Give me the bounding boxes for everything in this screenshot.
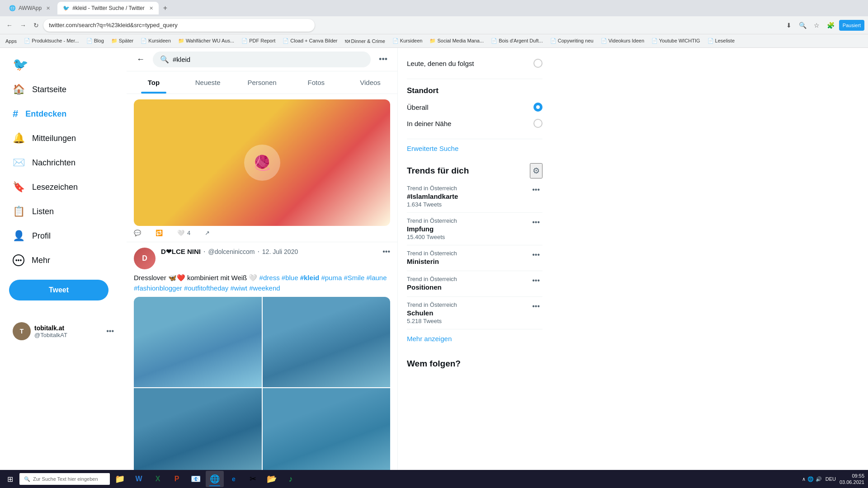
taskbar-language: DEU [826,476,836,482]
address-input[interactable] [43,19,315,32]
tweet-2-meta-row: D❤LCE NINI · @dolceniniccom · 12. Juli 2… [161,248,377,256]
nav-profile[interactable]: 👤 Profil [9,225,118,247]
tweet-button[interactable]: Tweet [9,280,108,300]
tweet-2-more-button[interactable]: ••• [382,248,390,256]
tweet-1-like[interactable]: 🤍 4 [177,230,190,236]
tab-twitter[interactable]: 🐦 #kleid - Twitter Suche / Twitter ✕ [57,2,159,14]
hashtag-wiwt[interactable]: #wiwt [231,284,248,292]
tweet-1-reply[interactable]: 💬 [134,230,141,236]
trend-2-more-button[interactable]: ••• [529,217,542,227]
bookmark-dinner[interactable]: 🍽 Dinner & Crime [343,38,387,45]
hashtag-outfitoftheday[interactable]: #outfitoftheday [184,284,228,292]
erweiterte-suche-link[interactable]: Erweiterte Suche [407,139,542,158]
bookmark-blog[interactable]: 📄 Blog [85,37,106,45]
search-input[interactable] [173,56,363,63]
taskbar-app-files[interactable]: 📂 [263,471,281,487]
tab-close-awwapp[interactable]: ✕ [46,5,50,11]
trend-3-more-button[interactable]: ••• [529,250,542,260]
profile-button[interactable]: Pausiert [839,20,864,31]
bookmark-spater[interactable]: 📁 Später [109,37,135,45]
bookmark-youtube[interactable]: 📄 Youtube WICHTIG [650,37,702,45]
bookmark-kursideen1[interactable]: 📄 Kursideen [139,37,173,45]
star-button[interactable]: ☆ [811,20,822,31]
back-button[interactable]: ← [4,20,15,31]
hashtag-blue[interactable]: #blue [282,274,298,282]
search-more-button[interactable]: ••• [376,52,390,67]
hashtag-puma[interactable]: #puma [321,274,342,282]
tweet-1-share[interactable]: ↗ [205,230,210,236]
bookmark-leseliste[interactable]: 📄 Leseliste [706,37,736,45]
new-tab-button[interactable]: + [160,4,170,12]
start-button[interactable]: ⊞ [4,473,17,485]
hashtag-weekend[interactable]: #weekend [249,284,280,292]
download-button[interactable]: ⬇ [783,20,794,31]
tab-videos[interactable]: Videos [343,71,397,94]
nav-notifications[interactable]: 🔔 Mitteilungen [9,127,118,150]
taskbar-app-spotify[interactable]: ♪ [282,471,300,487]
taskbar-app-snip[interactable]: ✂ [244,471,262,487]
taskbar-app-edge[interactable]: e [225,471,243,487]
tab-newest[interactable]: Neueste [181,71,235,94]
bookmark-kursideen2[interactable]: 📄 Kursideen [391,37,425,45]
trend-schulen[interactable]: Trend in Österreich Schulen 5.218 Tweets… [407,297,542,329]
bookmark-cload[interactable]: 📄 Cload + Canva Bilder [281,37,339,45]
zoom-button[interactable]: 🔍 [796,20,809,31]
filter-leute-radio[interactable] [533,59,542,68]
nav-bookmarks[interactable]: 🔖 Lesezeichen [9,176,118,198]
trend-islamlandkarte[interactable]: Trend in Österreich #Islamlandkarte 1.63… [407,180,542,213]
nav-home[interactable]: 🏠 Startseite [9,78,118,101]
tab-people[interactable]: Personen [235,71,289,94]
bookmark-apps[interactable]: Apps [4,38,19,45]
trend-5-more-button[interactable]: ••• [529,301,542,311]
tab-close-twitter[interactable]: ✕ [149,5,153,11]
filter-uberall-radio[interactable] [533,103,542,112]
nav-messages[interactable]: ✉️ Nachrichten [9,151,118,174]
taskbar-search[interactable]: 🔍 Zur Suche Text hier eingeben [19,473,110,485]
trend-4-more-button[interactable]: ••• [529,276,542,286]
forward-button[interactable]: → [17,20,29,31]
trend-impfung[interactable]: Trend in Österreich Impfung 15.400 Tweet… [407,213,542,245]
taskbar-app-chrome[interactable]: 🌐 [206,471,224,487]
nav-lists[interactable]: 📋 Listen [9,200,118,223]
filter-leute-label: Leute, denen du folgst [407,60,474,67]
nav-more[interactable]: ••• Mehr [9,249,118,272]
tweet-1-retweet[interactable]: 🔁 [156,230,163,236]
trend-1-more-button[interactable]: ••• [529,185,542,195]
tweet-2-image-2 [263,297,391,387]
trend-positionen[interactable]: Trend in Österreich Positionen ••• [407,271,542,297]
bookmark-pdf[interactable]: 📄 PDF Report [240,37,277,45]
bookmark-produktsuche[interactable]: 📄 Produktsuche - Mer... [22,37,81,45]
more-icon: ••• [13,254,24,266]
taskbar-app-powerpoint[interactable]: P [168,471,186,487]
filter-nahe-radio[interactable] [533,119,542,128]
tab-photos[interactable]: Fotos [289,71,343,94]
reload-button[interactable]: ↻ [31,20,42,31]
bookmark-videokurs[interactable]: 📄 Videokurs Ideen [599,37,646,45]
taskbar-app-word[interactable]: W [130,471,148,487]
bookmark-copywriting[interactable]: 📄 Copywriting neu [548,37,595,45]
hashtag-kleid[interactable]: #kleid [300,274,320,282]
hashtag-smile[interactable]: #Smile [344,274,364,282]
taskbar-app-explorer[interactable]: 📁 [111,471,129,487]
address-bar-row: ← → ↻ ⬇ 🔍 ☆ 🧩 Pausiert [0,16,868,34]
taskbar-app-mail[interactable]: 📧 [187,471,205,487]
search-input-wrap[interactable]: 🔍 [153,52,371,67]
tab-awwapp[interactable]: 🌐 AWWApp ✕ [4,2,56,14]
user-info-sidebar[interactable]: T tobitalk.at @TobitalkAT ••• [9,319,118,344]
hashtag-fashionblogger[interactable]: #fashionblogger [134,284,182,292]
bookmark-socialmedia[interactable]: 📁 Social Media Mana... [428,37,486,45]
hashtag-dress[interactable]: #dress [259,274,280,282]
bookmark-bois[interactable]: 📄 Bois d'Argent Duft... [489,37,545,45]
taskbar-app-excel[interactable]: X [149,471,167,487]
mehr-anzeigen-link[interactable]: Mehr anzeigen [407,329,542,348]
tab-top[interactable]: Top [127,71,181,94]
bookmark-wahlfacher[interactable]: 📁 Wahlfächer WU Aus... [176,37,236,45]
trends-settings-button[interactable]: ⚙ [530,163,542,178]
search-back-button[interactable]: ← [134,52,147,67]
left-sidebar: 🐦 🏠 Startseite # Entdecken 🔔 Mitteilunge… [0,48,127,470]
systray-expand[interactable]: ∧ [802,476,806,482]
nav-explore[interactable]: # Entdecken [9,103,118,125]
extension-button[interactable]: 🧩 [824,20,837,31]
trend-ministerin[interactable]: Trend in Österreich Ministerin ••• [407,245,542,271]
hashtag-laune[interactable]: #laune [366,274,387,282]
